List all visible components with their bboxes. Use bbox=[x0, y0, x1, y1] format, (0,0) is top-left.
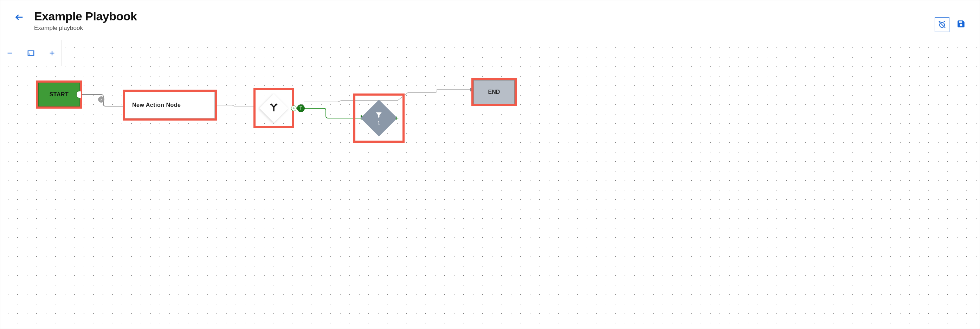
decision-add-output[interactable]: + bbox=[291, 105, 297, 111]
node-start-label: START bbox=[49, 91, 69, 98]
edge-decision-filter bbox=[304, 108, 361, 118]
header-left: Example Playbook Example playbook bbox=[14, 10, 137, 32]
save-button[interactable] bbox=[956, 19, 966, 30]
back-button[interactable] bbox=[14, 12, 24, 24]
playbook-editor: Example Playbook Example playbook bbox=[0, 0, 980, 329]
filter-count: 1 bbox=[378, 121, 380, 126]
node-filter[interactable]: 1 + bbox=[355, 95, 402, 141]
canvas[interactable]: START × New Action Node bbox=[0, 40, 980, 329]
edge-delete-button[interactable]: × bbox=[98, 96, 104, 103]
header: Example Playbook Example playbook bbox=[0, 0, 980, 40]
funnel-icon bbox=[375, 111, 383, 120]
node-end[interactable]: END bbox=[474, 80, 515, 104]
page-subtitle: Example playbook bbox=[34, 25, 137, 32]
node-end-label: END bbox=[488, 89, 500, 95]
edge-action-decision bbox=[215, 105, 256, 106]
start-output-port[interactable] bbox=[76, 91, 81, 98]
node-action-label: New Action Node bbox=[132, 102, 181, 108]
node-action[interactable]: New Action Node bbox=[125, 92, 215, 118]
title-block: Example Playbook Example playbook bbox=[34, 10, 137, 32]
flow-surface: START × New Action Node bbox=[0, 40, 980, 329]
decision-true-badge[interactable]: T bbox=[297, 104, 305, 112]
node-decision[interactable]: + bbox=[256, 90, 292, 126]
filter-add-output[interactable]: + bbox=[395, 114, 399, 122]
node-start[interactable]: START bbox=[38, 83, 80, 106]
page-title: Example Playbook bbox=[34, 10, 137, 23]
header-right bbox=[935, 17, 966, 32]
alarm-off-button[interactable] bbox=[935, 17, 950, 32]
branch-icon bbox=[269, 103, 279, 114]
